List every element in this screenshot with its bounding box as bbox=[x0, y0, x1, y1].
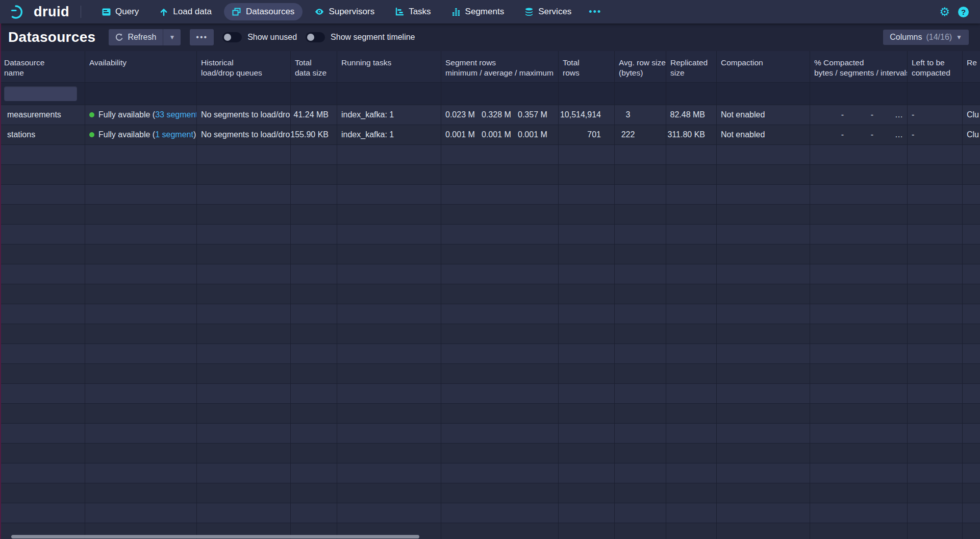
empty-cell bbox=[441, 364, 559, 383]
retention-cell: Clu bbox=[963, 125, 980, 144]
column-header-historical-queues[interactable]: Historicalload/drop queues bbox=[197, 51, 291, 82]
empty-cell bbox=[85, 165, 197, 184]
empty-cell bbox=[197, 324, 291, 344]
empty-cell bbox=[810, 145, 908, 164]
empty-cell bbox=[197, 205, 291, 224]
retention-link[interactable]: Clu bbox=[967, 130, 979, 139]
empty-cell bbox=[810, 483, 908, 503]
empty-table-row bbox=[0, 145, 980, 165]
retention-link[interactable]: Clu bbox=[967, 110, 979, 119]
nav-more-button[interactable]: ••• bbox=[584, 5, 607, 19]
nav-item-segments[interactable]: Segments bbox=[443, 3, 513, 20]
refresh-dropdown-button[interactable]: ▼ bbox=[163, 29, 181, 45]
query-icon bbox=[102, 7, 111, 16]
empty-cell bbox=[810, 324, 908, 344]
empty-cell bbox=[197, 463, 291, 483]
empty-cell bbox=[0, 225, 85, 244]
refresh-button[interactable]: Refresh bbox=[109, 29, 163, 45]
empty-cell bbox=[0, 185, 85, 204]
druid-logo-icon bbox=[10, 4, 30, 20]
total-data-size-cell: 155.90 KB bbox=[291, 125, 337, 144]
column-header-running-tasks[interactable]: Running tasks bbox=[337, 51, 441, 82]
nav-item-query[interactable]: Query bbox=[93, 3, 147, 20]
empty-cell bbox=[85, 404, 197, 423]
column-header-availability[interactable]: Availability bbox=[85, 51, 197, 82]
empty-cell bbox=[291, 225, 337, 244]
table-row[interactable]: measurements Fully available (33 segment… bbox=[0, 105, 980, 125]
show-segment-timeline-toggle[interactable]: Show segment timeline bbox=[306, 32, 415, 42]
table-filter-row bbox=[0, 83, 980, 105]
column-header-segment-rows[interactable]: Segment rowsminimum / average / maximum bbox=[441, 51, 559, 82]
segments-count-link[interactable]: 1 segment bbox=[155, 130, 193, 139]
empty-cell bbox=[291, 444, 337, 463]
help-icon[interactable]: ? bbox=[958, 7, 969, 17]
column-header-total-rows[interactable]: Totalrows bbox=[559, 51, 615, 82]
empty-cell bbox=[963, 264, 980, 284]
empty-table-row bbox=[0, 483, 980, 503]
column-header-datasource-name[interactable]: Datasourcename bbox=[0, 51, 85, 82]
empty-cell bbox=[337, 503, 441, 523]
empty-table-row bbox=[0, 304, 980, 324]
table-row[interactable]: stations Fully available (1 segment) No … bbox=[0, 125, 980, 145]
columns-picker-button[interactable]: Columns (14/16) ▼ bbox=[883, 30, 969, 45]
empty-cell bbox=[963, 503, 980, 523]
empty-cell bbox=[963, 244, 980, 264]
more-actions-button[interactable]: ••• bbox=[190, 29, 214, 45]
nav-item-supervisors[interactable]: Supervisors bbox=[307, 3, 383, 20]
total-data-size-cell: 41.24 MB bbox=[291, 105, 337, 125]
column-header-total-data-size[interactable]: Totaldata size bbox=[291, 51, 337, 82]
nav-item-tasks[interactable]: Tasks bbox=[387, 3, 439, 20]
empty-table-row bbox=[0, 503, 980, 523]
empty-cell bbox=[291, 324, 337, 344]
column-header-replicated-size[interactable]: Replicatedsize bbox=[666, 51, 717, 82]
datasource-name-cell[interactable]: stations bbox=[0, 125, 85, 144]
empty-cell bbox=[291, 264, 337, 284]
empty-cell bbox=[908, 364, 963, 383]
empty-cell bbox=[85, 284, 197, 304]
datasource-name-cell[interactable]: measurements bbox=[0, 105, 85, 125]
empty-cell bbox=[559, 205, 615, 224]
empty-cell bbox=[197, 304, 291, 324]
empty-cell bbox=[559, 483, 615, 503]
datasources-table: Datasourcename Availability Historicallo… bbox=[0, 51, 980, 539]
empty-cell bbox=[85, 205, 197, 224]
empty-cell bbox=[963, 205, 980, 224]
brand-wordmark: druid bbox=[34, 4, 69, 20]
empty-cell bbox=[908, 523, 963, 539]
settings-gear-icon[interactable]: ⚙ bbox=[939, 6, 950, 18]
empty-cell bbox=[441, 284, 559, 304]
nav-item-load-data[interactable]: Load data bbox=[151, 3, 220, 20]
datasource-name-filter-input[interactable] bbox=[4, 86, 77, 101]
empty-cell bbox=[0, 404, 85, 423]
empty-cell bbox=[717, 304, 810, 324]
empty-cell bbox=[559, 384, 615, 403]
show-unused-toggle[interactable]: Show unused bbox=[222, 32, 297, 42]
empty-cell bbox=[615, 444, 666, 463]
druid-logo[interactable]: druid bbox=[10, 4, 69, 20]
empty-cell bbox=[666, 324, 717, 344]
segments-icon bbox=[451, 7, 461, 16]
empty-cell bbox=[908, 384, 963, 403]
columns-label: Columns bbox=[890, 33, 922, 42]
empty-cell bbox=[810, 404, 908, 423]
column-header-avg-row-size[interactable]: Avg. row size(bytes) bbox=[615, 51, 666, 82]
empty-cell bbox=[291, 364, 337, 383]
empty-cell bbox=[810, 463, 908, 483]
nav-item-datasources[interactable]: Datasources bbox=[224, 3, 303, 20]
nav-item-services[interactable]: Services bbox=[516, 3, 580, 20]
empty-cell bbox=[666, 284, 717, 304]
horizontal-scrollbar[interactable] bbox=[11, 535, 419, 538]
empty-cell bbox=[810, 185, 908, 204]
empty-cell bbox=[441, 523, 559, 539]
empty-cell bbox=[291, 424, 337, 443]
empty-table-row bbox=[0, 205, 980, 225]
empty-cell bbox=[666, 364, 717, 383]
column-header-compaction[interactable]: Compaction bbox=[717, 51, 810, 82]
column-header-retention[interactable]: Re bbox=[963, 51, 980, 82]
empty-cell bbox=[291, 483, 337, 503]
column-header-percent-compacted[interactable]: % Compactedbytes / segments / intervals bbox=[810, 51, 908, 82]
segments-count-link[interactable]: 33 segments bbox=[155, 110, 197, 119]
empty-cell bbox=[291, 165, 337, 184]
column-header-left-to-be-compacted[interactable]: Left to becompacted bbox=[908, 51, 963, 82]
running-tasks-cell: index_kafka: 1 bbox=[337, 125, 441, 144]
